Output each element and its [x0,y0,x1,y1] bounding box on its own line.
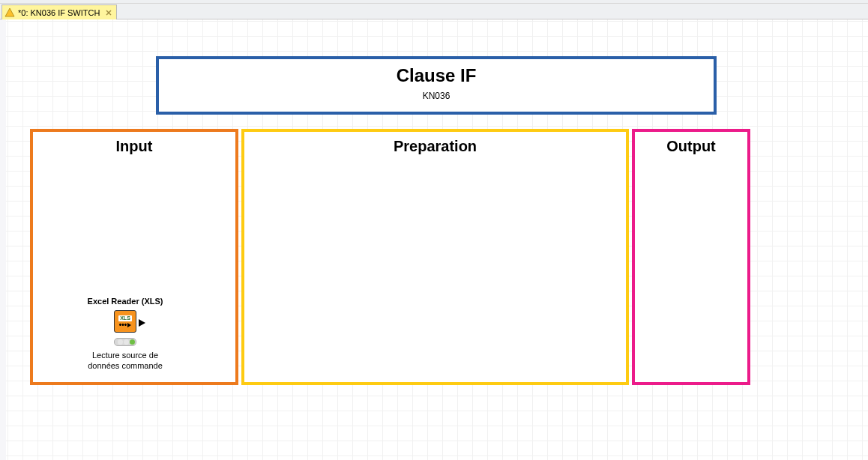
input-title: Input [33,138,235,155]
preparation-title: Preparation [244,138,626,155]
title-annotation[interactable]: Clause IF KN036 [156,56,717,115]
canvas-wrapper: Clause IF KN036 Input Preparation Output… [0,19,868,460]
node-title: Excel Reader (XLS) [76,297,174,306]
tab-label: *0: KN036 IF SWITCH [18,8,100,17]
excel-reader-icon: XLS ••• [114,310,136,333]
arrow-small-icon [127,323,131,327]
tab-bar: *0: KN036 IF SWITCH [0,4,868,19]
output-annotation[interactable]: Output [632,129,750,385]
dots-arrow-icon: ••• [119,323,132,327]
output-port-icon[interactable] [139,319,145,327]
node-icon-wrap: XLS ••• [76,309,174,334]
node-status-bar [114,338,136,346]
close-tab-icon[interactable] [104,8,113,17]
status-dot-idle [118,339,123,345]
dots-text: ••• [119,324,127,327]
status-dot-executed [130,339,135,345]
svg-marker-0 [5,8,14,16]
title-sub: KN036 [159,91,714,101]
title-main: Clause IF [159,65,714,86]
output-title: Output [635,138,747,155]
workflow-canvas[interactable]: Clause IF KN036 Input Preparation Output… [6,19,868,460]
workflow-tab[interactable]: *0: KN036 IF SWITCH [1,4,117,19]
knime-workflow-icon [4,7,15,18]
preparation-annotation[interactable]: Preparation [241,129,629,385]
status-dot-configured [124,339,129,345]
node-description: Lecture source dedonnées commande [76,350,174,371]
excel-reader-node[interactable]: Excel Reader (XLS) XLS ••• Lecture sourc… [76,297,174,371]
